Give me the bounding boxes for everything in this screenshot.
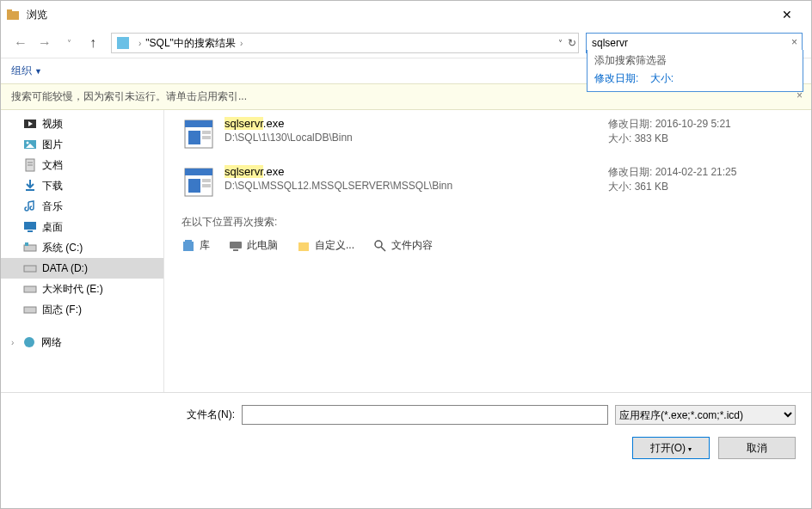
sidebar-item-network[interactable]: ›网络 xyxy=(1,332,163,353)
chevron-right-icon: › xyxy=(138,39,141,48)
search-filter-dropdown: 添加搜索筛选器 修改日期: 大小: xyxy=(587,50,803,92)
sidebar-item-drive-win[interactable]: 系统 (C:) xyxy=(1,237,163,258)
video-icon xyxy=(23,117,37,131)
browse-icon xyxy=(6,8,20,21)
svg-rect-28 xyxy=(202,184,211,187)
breadcrumb: "SQL"中的搜索结果 xyxy=(145,36,236,51)
sidebar-item-label: 系统 (C:) xyxy=(42,241,83,255)
svg-rect-21 xyxy=(188,131,200,144)
result-filename: sqlservr.exe xyxy=(225,117,608,130)
filename-input[interactable] xyxy=(242,405,608,425)
result-meta: 修改日期: 2016-10-29 5:21大小: 383 KB xyxy=(608,117,797,151)
desktop-icon xyxy=(23,220,37,234)
sidebar-item-drive[interactable]: 固态 (F:) xyxy=(1,299,163,320)
up-button[interactable]: ↑ xyxy=(82,32,104,54)
sidebar-item-document[interactable]: 文档 xyxy=(1,155,163,175)
svg-rect-29 xyxy=(183,242,194,251)
sidebar-item-drive[interactable]: DATA (D:) xyxy=(1,258,163,279)
filter-date[interactable]: 修改日期: xyxy=(594,72,638,84)
svg-rect-27 xyxy=(202,179,211,182)
close-button[interactable]: ✕ xyxy=(768,2,806,28)
svg-rect-25 xyxy=(185,169,212,175)
clear-search-icon[interactable]: × xyxy=(791,36,797,48)
sidebar-item-label: 文档 xyxy=(42,158,63,173)
search-result[interactable]: sqlservr.exeD:\SQL\MSSQL12.MSSQLSERVER\M… xyxy=(164,158,811,206)
svg-rect-12 xyxy=(28,230,33,232)
filetype-select[interactable]: 应用程序(*.exe;*.com;*.icd) xyxy=(615,405,796,425)
svg-rect-33 xyxy=(298,242,309,251)
result-meta: 修改日期: 2014-02-21 21:25大小: 361 KB xyxy=(608,165,797,199)
svg-rect-0 xyxy=(7,11,19,20)
svg-rect-30 xyxy=(185,240,192,242)
search-thispc[interactable]: 此电脑 xyxy=(229,238,278,253)
result-path: D:\SQL\MSSQL12.MSSQLSERVER\MSSQL\Binn xyxy=(225,180,608,192)
open-button[interactable]: 打开(O) ▾ xyxy=(632,437,710,459)
svg-rect-16 xyxy=(24,286,36,292)
back-button[interactable]: ← xyxy=(9,32,32,54)
sidebar-item-video[interactable]: 视频 xyxy=(1,113,163,134)
cancel-button[interactable]: 取消 xyxy=(718,437,796,459)
music-icon xyxy=(23,199,37,213)
address-dropdown-icon[interactable]: ˅ xyxy=(558,39,563,48)
search-again-label: 在以下位置再次搜索: xyxy=(181,215,794,230)
filter-size[interactable]: 大小: xyxy=(650,72,674,84)
sidebar-item-label: 下载 xyxy=(42,179,63,193)
sidebar-item-label: 网络 xyxy=(41,335,62,350)
sidebar-item-label: 音乐 xyxy=(42,199,63,214)
drive-icon xyxy=(23,303,37,316)
search-library[interactable]: 库 xyxy=(181,238,210,253)
svg-rect-15 xyxy=(24,266,36,272)
svg-rect-23 xyxy=(202,136,211,139)
search-filecontent[interactable]: 文件内容 xyxy=(373,238,433,253)
sidebar-item-label: 图片 xyxy=(42,138,63,152)
svg-rect-17 xyxy=(24,307,36,313)
svg-rect-32 xyxy=(233,249,238,251)
picture-icon xyxy=(23,138,37,151)
exe-icon xyxy=(181,117,216,151)
sidebar-item-picture[interactable]: 图片 xyxy=(1,134,163,155)
sidebar-item-label: DATA (D:) xyxy=(42,262,88,274)
svg-rect-26 xyxy=(188,179,200,193)
sidebar-item-label: 桌面 xyxy=(42,220,63,235)
recent-dropdown[interactable]: ˅ xyxy=(58,32,80,54)
chevron-right-icon: › xyxy=(11,338,14,347)
svg-line-35 xyxy=(381,247,385,251)
download-icon xyxy=(23,179,37,193)
chevron-right-icon: › xyxy=(240,39,243,48)
drive-win-icon xyxy=(23,241,37,254)
forward-button[interactable]: → xyxy=(34,32,56,54)
sidebar-item-download[interactable]: 下载 xyxy=(1,175,163,196)
chevron-down-icon: ▼ xyxy=(34,67,42,76)
drive-icon xyxy=(23,282,37,296)
refresh-icon[interactable]: ↻ xyxy=(568,37,576,49)
svg-point-5 xyxy=(27,142,29,144)
drive-icon xyxy=(23,261,37,275)
sidebar: 视频图片文档下载音乐桌面系统 (C:)DATA (D:)大米时代 (E:)固态 … xyxy=(1,110,164,392)
address-bar[interactable]: › "SQL"中的搜索结果 › ˅ ↻ xyxy=(111,33,579,53)
filename-label: 文件名(N): xyxy=(187,408,235,422)
exe-icon xyxy=(181,165,216,199)
svg-rect-13 xyxy=(24,245,36,251)
search-custom[interactable]: 自定义... xyxy=(297,238,354,253)
svg-rect-10 xyxy=(26,189,34,191)
svg-rect-11 xyxy=(24,222,36,230)
sidebar-item-drive[interactable]: 大米时代 (E:) xyxy=(1,279,163,299)
network-icon xyxy=(22,335,36,349)
sidebar-item-desktop[interactable]: 桌面 xyxy=(1,217,163,237)
sidebar-item-label: 视频 xyxy=(42,117,63,132)
sidebar-item-label: 固态 (F:) xyxy=(42,303,82,317)
sidebar-item-music[interactable]: 音乐 xyxy=(1,196,163,217)
svg-rect-1 xyxy=(7,9,12,12)
svg-point-34 xyxy=(375,241,382,248)
svg-rect-14 xyxy=(25,242,28,246)
svg-rect-20 xyxy=(185,120,212,127)
location-icon xyxy=(117,37,129,49)
search-result[interactable]: sqlservr.exeD:\SQL\1\130\LocalDB\Binn修改日… xyxy=(164,110,811,158)
svg-rect-31 xyxy=(230,242,242,248)
organize-button[interactable]: 组织▼ xyxy=(11,64,42,78)
result-filename: sqlservr.exe xyxy=(225,165,608,178)
results-pane: sqlservr.exeD:\SQL\1\130\LocalDB\Binn修改日… xyxy=(164,110,811,392)
result-path: D:\SQL\1\130\LocalDB\Binn xyxy=(225,132,608,144)
svg-rect-22 xyxy=(202,131,211,134)
window-title: 浏览 xyxy=(27,8,47,22)
